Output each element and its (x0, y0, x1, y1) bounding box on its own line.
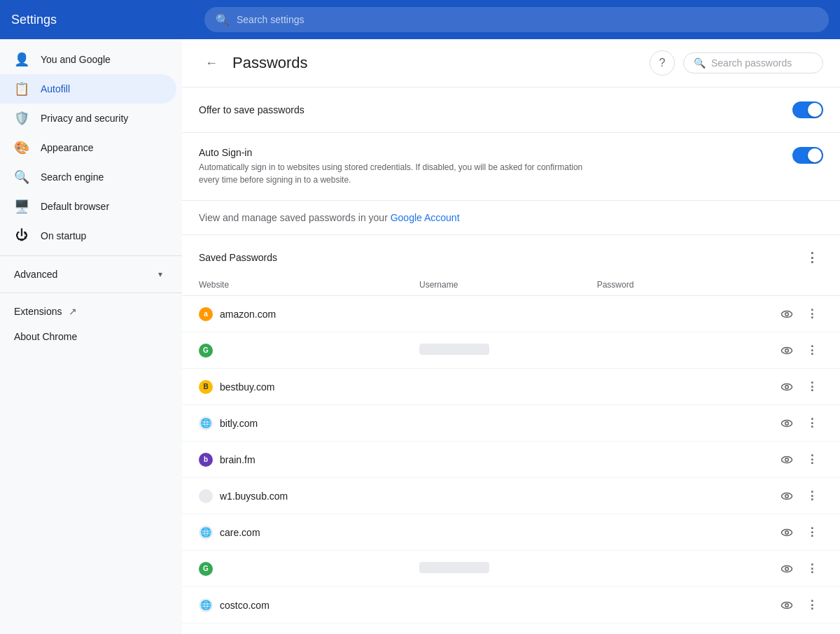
sidebar-label-appearance: Appearance (41, 142, 94, 153)
auto-signin-title: Auto Sign-in (199, 147, 591, 158)
toggle-thumb-2 (808, 148, 822, 162)
svg-point-1 (785, 312, 789, 316)
more-options-button[interactable]: ⋮ (801, 339, 823, 362)
auto-signin-text: Auto Sign-in Automatically sign in to we… (199, 147, 591, 186)
more-options-button[interactable]: ⋮ (801, 303, 823, 325)
website-cell: G (182, 332, 402, 369)
column-header-username: Username (402, 274, 580, 296)
table-row: G ⋮ (182, 332, 840, 369)
more-options-button[interactable]: ⋮ (801, 449, 823, 471)
username-cell (402, 478, 580, 514)
about-chrome-label: About Chrome (14, 331, 77, 342)
sidebar-item-search-engine[interactable]: 🔍 Search engine (0, 162, 176, 192)
actions-cell: ⋮ (701, 296, 840, 332)
more-options-button[interactable]: ⋮ (801, 485, 823, 507)
page-header: ← Passwords ? 🔍 (182, 39, 840, 87)
saved-passwords-more-button[interactable]: ⋮ (801, 246, 823, 269)
username-cell (402, 442, 580, 478)
sidebar-label-search-engine: Search engine (41, 171, 104, 183)
website-cell: 🌐 care.com (182, 514, 402, 551)
site-favicon: G (199, 344, 213, 358)
svg-point-10 (782, 493, 792, 499)
username-cell (402, 369, 580, 405)
show-password-button[interactable] (776, 376, 798, 398)
more-options-button[interactable]: ⋮ (801, 521, 823, 544)
site-favicon: b (199, 453, 213, 467)
show-password-button[interactable] (776, 594, 798, 617)
auto-signin-toggle[interactable] (792, 147, 823, 164)
svg-point-3 (785, 348, 789, 352)
show-password-button[interactable] (776, 485, 798, 507)
app-header: Settings 🔍 (0, 0, 840, 39)
table-row: w1.buysub.com ⋮ (182, 478, 840, 514)
three-dots-icon: ⋮ (806, 526, 818, 539)
actions-cell: ⋮ (701, 624, 840, 635)
svg-point-0 (782, 311, 792, 317)
more-options-button[interactable]: ⋮ (801, 412, 823, 435)
sidebar-divider-1 (0, 255, 182, 256)
sidebar-advanced-toggle[interactable]: Advanced ▾ (0, 262, 176, 287)
google-account-link[interactable]: Google Account (391, 212, 460, 223)
password-cell (580, 514, 701, 551)
column-header-actions (701, 274, 840, 296)
password-search-input[interactable] (711, 57, 809, 69)
show-password-button[interactable] (776, 339, 798, 362)
sidebar-label-default-browser: Default browser (41, 201, 109, 212)
more-options-button[interactable]: ⋮ (801, 594, 823, 617)
password-cell (580, 332, 701, 369)
three-dots-icon: ⋮ (806, 380, 818, 393)
settings-search-input[interactable] (237, 14, 818, 25)
username-cell (402, 514, 580, 551)
extensions-label: Extensions (14, 306, 62, 317)
password-cell (580, 442, 701, 478)
passwords-table: Website Username Password a amazon.com (182, 274, 840, 634)
three-dots-icon: ⋮ (806, 489, 818, 502)
toggle-thumb (808, 103, 822, 117)
more-options-button[interactable]: ⋮ (801, 376, 823, 398)
sidebar-item-you-and-google[interactable]: 👤 You and Google (0, 45, 176, 74)
actions-cell: ⋮ (701, 514, 840, 551)
settings-search-bar[interactable]: 🔍 (204, 7, 829, 32)
show-password-button[interactable] (776, 631, 798, 635)
svg-point-15 (785, 567, 789, 570)
svg-point-13 (785, 530, 789, 534)
three-dots-icon: ⋮ (806, 416, 818, 430)
website-cell: w1.buysub.com (182, 478, 402, 514)
show-password-button[interactable] (776, 558, 798, 580)
site-favicon: a (199, 307, 213, 321)
sidebar-item-extensions[interactable]: Extensions ↗ (0, 299, 182, 324)
show-password-button[interactable] (776, 449, 798, 471)
offer-save-toggle[interactable] (792, 101, 823, 118)
back-button[interactable]: ← (199, 50, 224, 76)
help-button[interactable]: ? (650, 50, 675, 76)
svg-point-6 (782, 420, 792, 426)
svg-point-2 (782, 347, 792, 353)
show-password-button[interactable] (776, 521, 798, 544)
google-account-row: View and manage saved passwords in your … (182, 201, 840, 235)
sidebar-item-appearance[interactable]: 🎨 Appearance (0, 133, 176, 162)
more-options-button[interactable]: ⋮ (801, 558, 823, 580)
sidebar-item-privacy-security[interactable]: 🛡️ Privacy and security (0, 104, 176, 133)
search-engine-icon: 🔍 (14, 169, 29, 185)
site-name: bestbuy.com (220, 381, 274, 393)
password-cell (580, 296, 701, 332)
sidebar-item-on-startup[interactable]: ⏻ On startup (0, 221, 176, 250)
svg-point-11 (785, 494, 789, 498)
sidebar-divider-2 (0, 293, 182, 293)
actions-cell: ⋮ (701, 369, 840, 405)
site-name: amazon.com (220, 309, 276, 320)
sidebar-label-on-startup: On startup (41, 230, 86, 241)
sidebar-item-default-browser[interactable]: 🖥️ Default browser (0, 192, 176, 221)
browser-icon: 🖥️ (14, 199, 29, 214)
show-password-button[interactable] (776, 303, 798, 325)
username-cell (402, 296, 580, 332)
password-search-bar[interactable]: 🔍 (683, 52, 823, 73)
show-password-button[interactable] (776, 412, 798, 435)
actions-cell: ⋮ (701, 405, 840, 442)
sidebar-item-autofill[interactable]: 📋 Autofill (0, 74, 176, 104)
username-cell (402, 405, 580, 442)
more-options-button[interactable]: ⋮ (801, 631, 823, 635)
password-search-icon: 🔍 (694, 57, 706, 69)
offer-save-row: Offer to save passwords (182, 87, 840, 133)
sidebar-item-about-chrome[interactable]: About Chrome (0, 324, 182, 349)
